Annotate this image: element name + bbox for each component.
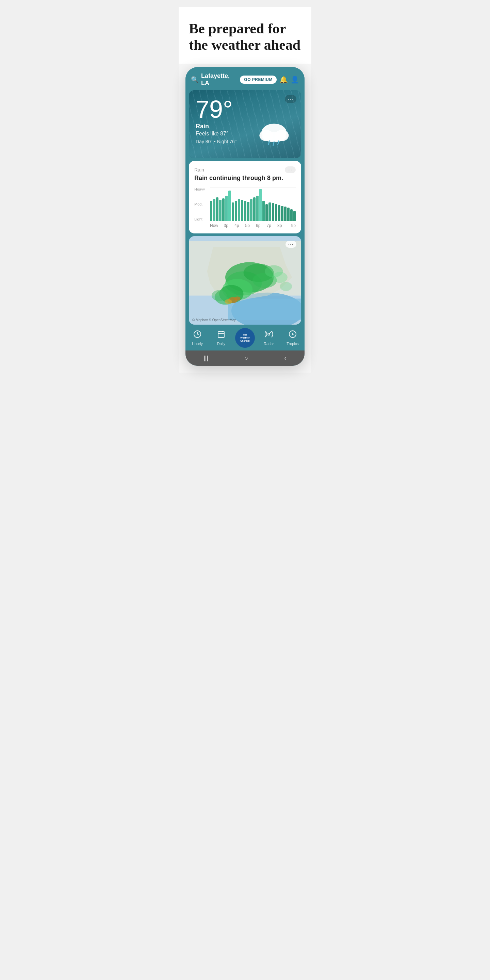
chart-bar [241, 200, 243, 221]
location-label[interactable]: Lafayette, LA [201, 73, 237, 87]
map-more-button[interactable]: ··· [285, 241, 296, 248]
y-label-mod: Mod. [194, 202, 205, 206]
map-background: ··· © Mapbox © OpenStreetMap [189, 236, 301, 325]
rain-card-header: Rain ··· [194, 166, 296, 173]
chart-bar [213, 199, 215, 221]
nav-item-twc[interactable]: TheWeatherChannel [235, 328, 255, 348]
svg-point-22 [234, 296, 240, 301]
daily-calendar-icon [217, 330, 225, 340]
chart-bar [262, 201, 265, 221]
current-weather-card: 79° Rain Feels like 87° Day 80° • Night … [189, 90, 301, 158]
twc-icon-label: TheWeatherChannel [240, 333, 250, 342]
rain-description: Rain continuing through 8 pm. [194, 175, 296, 182]
svg-line-7 [273, 142, 274, 146]
chart-bar [275, 204, 277, 221]
svg-rect-28 [218, 331, 224, 337]
go-premium-button[interactable]: GO PREMIUM [240, 76, 277, 84]
app-header: 🔍 Lafayette, LA GO PREMIUM 🔔 👤 [185, 67, 305, 90]
x-label-5p: 5p [242, 223, 253, 228]
phone-frame: 🔍 Lafayette, LA GO PREMIUM 🔔 👤 [185, 67, 305, 366]
nav-label-hourly: Hourly [192, 342, 203, 346]
radar-map-card[interactable]: ··· © Mapbox © OpenStreetMap [189, 236, 301, 325]
rain-chart-card: Rain ··· Rain continuing through 8 pm. H… [189, 161, 301, 234]
chart-bar [250, 199, 253, 221]
nav-item-hourly[interactable]: Hourly [187, 330, 208, 346]
weather-more-button[interactable]: ··· [285, 95, 296, 103]
x-label-3p: 3p [221, 223, 232, 228]
svg-marker-34 [292, 333, 294, 336]
chart-bar [281, 206, 283, 221]
nav-label-daily: Daily [217, 342, 225, 346]
x-label-6p: 6p [253, 223, 264, 228]
chart-bar [253, 197, 256, 221]
rain-more-button[interactable]: ··· [285, 166, 296, 173]
nav-label-radar: Radar [264, 342, 274, 346]
bottom-navigation: Hourly Daily TheWeatherChannel [185, 325, 305, 350]
chart-bar [210, 201, 212, 221]
svg-rect-12 [228, 298, 301, 320]
home-button[interactable]: ○ [245, 355, 248, 362]
back-button[interactable]: ‹ [285, 355, 286, 362]
chart-bar [247, 202, 250, 221]
chart-bar [244, 201, 247, 221]
radar-icon [265, 330, 273, 340]
svg-point-26 [280, 282, 292, 291]
user-profile-icon[interactable]: 👤 [291, 76, 299, 84]
rain-chart: Heavy Mod. Light Now 3p 4p [194, 187, 296, 228]
nav-label-tropics: Tropics [286, 342, 299, 346]
svg-point-21 [224, 299, 232, 304]
chart-bar [232, 202, 234, 221]
chart-bar [225, 196, 228, 221]
cloud-icon [257, 121, 294, 148]
chart-bar [256, 196, 259, 221]
chart-bar [238, 199, 240, 221]
map-svg [189, 236, 301, 325]
map-credit: © Mapbox © OpenStreetMap [192, 318, 236, 322]
chart-bar [272, 203, 274, 221]
y-label-heavy: Heavy [194, 187, 205, 191]
x-label-7p: 7p [264, 223, 275, 228]
chart-bar [219, 200, 221, 221]
chart-bar [287, 208, 290, 221]
nav-item-tropics[interactable]: Tropics [282, 330, 303, 346]
bars-row [210, 187, 296, 221]
chart-bar [235, 201, 237, 221]
nav-item-radar[interactable]: Radar [259, 330, 279, 346]
chart-bar [269, 202, 271, 221]
page-wrapper: Be prepared for the weather ahead 🔍 Lafa… [179, 7, 311, 372]
chart-bar [228, 191, 231, 221]
system-navigation: ||| ○ ‹ [185, 350, 305, 366]
chart-bar [259, 189, 262, 221]
search-icon[interactable]: 🔍 [191, 76, 198, 83]
y-label-light: Light [194, 217, 205, 221]
svg-point-24 [272, 272, 288, 283]
x-label-8p: 8p [274, 223, 285, 228]
rain-card-label: Rain [194, 167, 204, 172]
chart-bar [293, 211, 296, 221]
chart-bar [284, 207, 286, 221]
chart-bar [278, 205, 280, 221]
recents-button[interactable]: ||| [204, 355, 208, 362]
chart-area [210, 187, 296, 221]
x-label-9p: 9p [285, 223, 296, 228]
twc-center-button[interactable]: TheWeatherChannel [235, 328, 255, 348]
hero-section: Be prepared for the weather ahead [179, 7, 311, 64]
hero-title: Be prepared for the weather ahead [189, 21, 301, 53]
chart-bar [290, 209, 293, 221]
hourly-clock-icon [193, 330, 202, 340]
x-label-4p: 4p [231, 223, 242, 228]
tropics-play-icon [288, 330, 297, 340]
temperature-display: 79° [196, 97, 294, 121]
x-label-now: Now [210, 223, 221, 228]
chart-x-axis: Now 3p 4p 5p 6p 7p 8p 9p [210, 223, 296, 228]
notification-bell-icon[interactable]: 🔔 [279, 76, 288, 84]
chart-bar [216, 197, 218, 221]
svg-point-25 [212, 290, 227, 301]
chart-y-axis: Heavy Mod. Light [194, 187, 205, 221]
chart-bar [266, 204, 268, 221]
svg-point-5 [262, 132, 286, 142]
nav-item-daily[interactable]: Daily [211, 330, 231, 346]
chart-bar [222, 198, 224, 221]
